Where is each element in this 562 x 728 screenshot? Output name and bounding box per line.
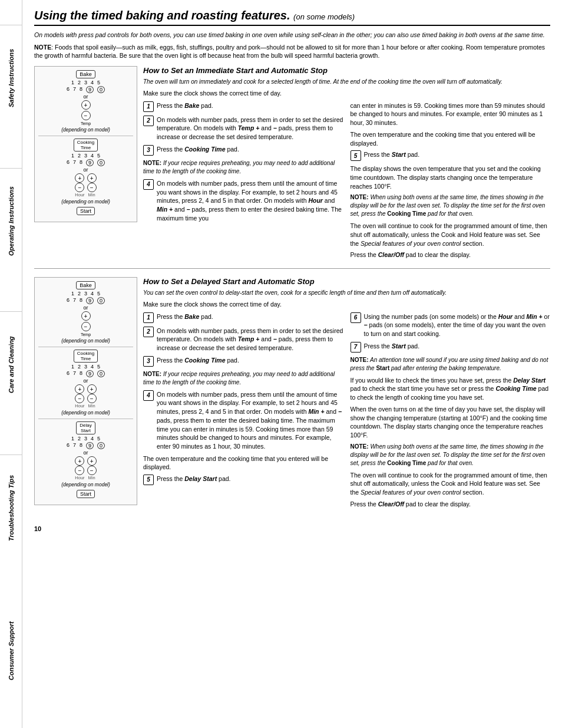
diag2-cooktime-btn: CookingTime [74, 350, 98, 363]
section2-intro: You can set the oven control to delay-st… [143, 289, 550, 297]
step-1-5: 5 Press the Start pad. [351, 150, 551, 161]
diag2-bake-btn: Bake [76, 281, 95, 289]
diag1-bake-section: Bake 12345 678 9 0 or + − [38, 70, 133, 133]
section2-row: Bake 12345 678 9 0 or + − [34, 277, 550, 517]
step-1-1: 1 Press the Bake pad. [143, 101, 343, 112]
step-1-2: 2 On models with number pads, press them… [143, 116, 343, 141]
section1-title: How to Set an Immediate Start and Automa… [143, 66, 550, 75]
section2-right: 6 Using the number pads (on some models)… [351, 312, 551, 512]
diag2-plus-btn: + [81, 311, 91, 321]
diag2-delay-btn: DelayStart [76, 421, 95, 434]
section1-note3: NOTE: If your recipe requires preheating… [143, 159, 343, 176]
sidebar-item-troubleshooting[interactable]: Troubleshooting Tips [0, 454, 22, 561]
diag1-cooktime-btn: CookingTime [74, 139, 98, 151]
section1-intro: The oven will turn on immediately and co… [143, 78, 550, 86]
step-2-4: 4 On models with number pads, press them… [143, 390, 343, 451]
section2-note3: NOTE: If your recipe requires preheating… [143, 370, 343, 387]
step-2-1: 1 Press the Bake pad. [143, 312, 343, 323]
section1-row: Bake 12345 678 9 0 or + − [34, 66, 550, 269]
step-1-4: 4 On models with number pads, press them… [143, 179, 343, 222]
section1-left: 1 Press the Bake pad. 2 On models with n… [143, 101, 343, 262]
intro-text: On models with press pad controls for bo… [34, 31, 550, 39]
step-2-2: 2 On models with number pads, press them… [143, 327, 343, 353]
step-2-5: 5 Press the Delay Start pad. [143, 475, 343, 485]
sidebar-item-safety[interactable]: Safety Instructions [0, 25, 22, 131]
section1-two-col: 1 Press the Bake pad. 2 On models with n… [143, 101, 550, 262]
diag1-plus-btn: + [81, 100, 91, 110]
section1-right: can enter in minutes is 59. Cooking time… [351, 101, 551, 262]
diag1-minus-btn: − [81, 111, 91, 120]
content-col-1: How to Set an Immediate Start and Automa… [143, 66, 550, 262]
step-2-7: 7 Press the Start pad. [351, 342, 551, 353]
diag2-minus-btn: − [81, 322, 91, 331]
diag1-start-btn: Start [77, 207, 95, 215]
diagram-delayed: Bake 12345 678 9 0 or + − [34, 277, 137, 505]
section2-make-sure: Make sure the clock shows the correct ti… [143, 300, 550, 309]
diagram-col-1: Bake 12345 678 9 0 or + − [34, 66, 137, 262]
page-title: Using the timed baking and roasting feat… [34, 9, 550, 26]
section1-make-sure: Make sure the clock shows the correct ti… [143, 89, 550, 98]
content-col-2: How to Set a Delayed Start and Automatic… [143, 277, 550, 511]
note-text: NOTE: Foods that spoil easily—such as mi… [34, 43, 550, 60]
main-content: Using the timed baking and roasting feat… [22, 0, 562, 728]
section2-left: 1 Press the Bake pad. 2 On models with n… [143, 312, 343, 512]
page-number: 10 [34, 525, 550, 532]
sidebar: Safety Instructions Operating Instructio… [0, 0, 22, 728]
section2-title: How to Set a Delayed Start and Automatic… [143, 277, 550, 286]
diag2-delay-section: DelayStart 12345 678 9 0 or + − [38, 421, 133, 498]
diag1-cooktime-section: CookingTime 12345 678 9 0 or + − [38, 139, 133, 215]
diag1-bake-btn: Bake [76, 70, 95, 78]
diag2-bake-section: Bake 12345 678 9 0 or + − [38, 281, 133, 344]
section2-two-col: 1 Press the Bake pad. 2 On models with n… [143, 312, 550, 512]
step-2-6: 6 Using the number pads (on some models)… [351, 312, 551, 338]
sidebar-item-operating[interactable]: Operating Instructions [0, 168, 22, 274]
diag2-start-btn: Start [77, 490, 95, 498]
diagram-col-2: Bake 12345 678 9 0 or + − [34, 277, 137, 511]
step-1-3: 3 Press the Cooking Time pad. [143, 145, 343, 156]
sidebar-item-care[interactable]: Care and Cleaning [0, 311, 22, 417]
diagram-immediate: Bake 12345 678 9 0 or + − [34, 66, 137, 222]
step-2-3: 3 Press the Cooking Time pad. [143, 356, 343, 367]
diag2-cooktime-section: CookingTime 12345 678 9 0 or + − [38, 350, 133, 416]
sidebar-item-consumer[interactable]: Consumer Support [0, 598, 22, 704]
